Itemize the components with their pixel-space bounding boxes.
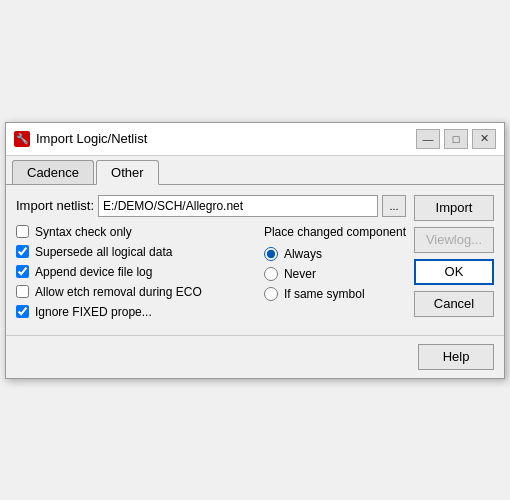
tab-bar: Cadence Other bbox=[6, 156, 504, 185]
main-window: 🔧 Import Logic/Netlist — □ ✕ Cadence Oth… bbox=[5, 122, 505, 379]
ok-button[interactable]: OK bbox=[414, 259, 494, 285]
title-bar: 🔧 Import Logic/Netlist — □ ✕ bbox=[6, 123, 504, 156]
options-area: Syntax check only Supersede all logical … bbox=[16, 225, 406, 325]
import-netlist-row: Import netlist: ... bbox=[16, 195, 406, 217]
append-label: Append device file log bbox=[35, 265, 152, 279]
help-button[interactable]: Help bbox=[418, 344, 494, 370]
radio-always[interactable] bbox=[264, 247, 278, 261]
import-netlist-label: Import netlist: bbox=[16, 198, 94, 213]
append-checkbox[interactable] bbox=[16, 265, 29, 278]
radio-row-same-symbol: If same symbol bbox=[264, 287, 406, 301]
checkbox-row-syntax: Syntax check only bbox=[16, 225, 254, 239]
supersede-checkbox[interactable] bbox=[16, 245, 29, 258]
viewlog-button[interactable]: Viewlog... bbox=[414, 227, 494, 253]
radio-always-label: Always bbox=[284, 247, 322, 261]
etch-label: Allow etch removal during ECO bbox=[35, 285, 202, 299]
radio-group-title: Place changed component bbox=[264, 225, 406, 239]
checkbox-row-append: Append device file log bbox=[16, 265, 254, 279]
content-area: Import netlist: ... Syntax check only Su… bbox=[6, 185, 504, 335]
etch-checkbox[interactable] bbox=[16, 285, 29, 298]
syntax-label: Syntax check only bbox=[35, 225, 132, 239]
title-controls: — □ ✕ bbox=[416, 129, 496, 149]
checkbox-row-supersede: Supersede all logical data bbox=[16, 245, 254, 259]
supersede-label: Supersede all logical data bbox=[35, 245, 172, 259]
tab-cadence[interactable]: Cadence bbox=[12, 160, 94, 184]
maximize-button[interactable]: □ bbox=[444, 129, 468, 149]
syntax-checkbox[interactable] bbox=[16, 225, 29, 238]
right-panel: Import Viewlog... OK Cancel bbox=[414, 195, 494, 325]
app-icon: 🔧 bbox=[14, 131, 30, 147]
import-button[interactable]: Import bbox=[414, 195, 494, 221]
bottom-bar: Help bbox=[6, 335, 504, 378]
radio-never[interactable] bbox=[264, 267, 278, 281]
ignore-label: Ignore FIXED prope... bbox=[35, 305, 152, 319]
minimize-button[interactable]: — bbox=[416, 129, 440, 149]
radio-row-never: Never bbox=[264, 267, 406, 281]
radio-never-label: Never bbox=[284, 267, 316, 281]
radio-same-symbol[interactable] bbox=[264, 287, 278, 301]
checkboxes-col: Syntax check only Supersede all logical … bbox=[16, 225, 254, 325]
tab-other[interactable]: Other bbox=[96, 160, 159, 185]
radio-group-col: Place changed component Always Never If … bbox=[264, 225, 406, 325]
browse-button[interactable]: ... bbox=[382, 195, 406, 217]
ignore-checkbox[interactable] bbox=[16, 305, 29, 318]
checkbox-row-ignore: Ignore FIXED prope... bbox=[16, 305, 254, 319]
window-title: Import Logic/Netlist bbox=[36, 131, 147, 146]
close-button[interactable]: ✕ bbox=[472, 129, 496, 149]
cancel-button[interactable]: Cancel bbox=[414, 291, 494, 317]
title-bar-left: 🔧 Import Logic/Netlist bbox=[14, 131, 147, 147]
left-panel: Import netlist: ... Syntax check only Su… bbox=[16, 195, 406, 325]
checkbox-row-etch: Allow etch removal during ECO bbox=[16, 285, 254, 299]
radio-same-symbol-label: If same symbol bbox=[284, 287, 365, 301]
import-netlist-input[interactable] bbox=[98, 195, 378, 217]
radio-row-always: Always bbox=[264, 247, 406, 261]
